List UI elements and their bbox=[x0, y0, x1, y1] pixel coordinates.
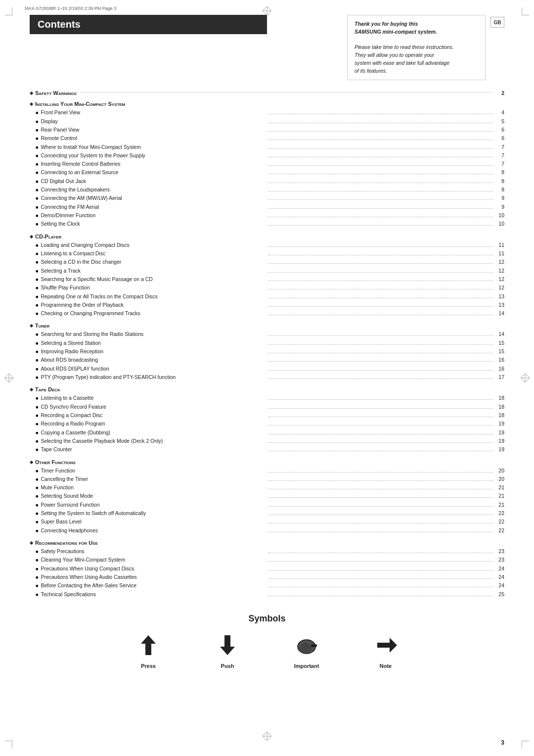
push-label: Push bbox=[221, 663, 234, 669]
toc-item-page: 24 bbox=[495, 565, 504, 573]
toc-item-page: 8 bbox=[495, 177, 504, 186]
toc-item: ■Selecting the Cassette Playback Mode (D… bbox=[30, 437, 504, 445]
bullet-icon: ■ bbox=[36, 127, 38, 134]
toc-section-3: ◆Tuner■Searching for and Storing the Rad… bbox=[30, 323, 504, 381]
toc-item: ■Selecting a Stored Station15 bbox=[30, 339, 504, 347]
toc-item-text: Cancelling the Timer bbox=[41, 475, 266, 483]
toc-item-page: 8 bbox=[495, 186, 504, 194]
toc-item: ■CD Synchro Record Feature18 bbox=[30, 403, 504, 411]
toc-item-text: Selecting a CD in the Disc changer bbox=[41, 258, 266, 266]
toc-item: ■Precautions When Using Audio Cassettes2… bbox=[30, 573, 504, 581]
bullet-icon: ■ bbox=[36, 395, 38, 402]
symbol-note: Note bbox=[361, 632, 410, 669]
toc-item-page: 24 bbox=[495, 581, 504, 590]
toc-item-text: About RDS DISPLAY function bbox=[41, 365, 266, 373]
toc-item-page: 12 bbox=[495, 275, 504, 284]
toc-item: ■Shuffle Play Function12 bbox=[30, 284, 504, 292]
toc-item-page: 24 bbox=[495, 573, 504, 581]
toc-item: ■Searching for and Storing the Radio Sta… bbox=[30, 330, 504, 338]
bullet-icon: ■ bbox=[36, 438, 38, 445]
bullet-icon: ■ bbox=[36, 484, 38, 492]
thank-you-line3: Please take time to read these instructi… bbox=[355, 44, 478, 75]
toc-item-page: 19 bbox=[495, 437, 504, 445]
toc-item-page: 5 bbox=[495, 117, 504, 126]
bullet-icon: ■ bbox=[36, 519, 38, 526]
toc-item-page: 10 bbox=[495, 211, 504, 220]
toc-item-text: Connecting the FM Aerial bbox=[41, 203, 266, 211]
toc-section-header-3: ◆Tuner bbox=[30, 323, 504, 329]
toc-item-text: Power Surround Function bbox=[41, 501, 266, 509]
toc-item-text: Precautions When Using Compact Discs bbox=[41, 565, 266, 573]
toc-item: ■Safety Precautions23 bbox=[30, 547, 504, 556]
toc-item: ■About RDS broadcasting16 bbox=[30, 356, 504, 364]
bullet-icon: ■ bbox=[36, 412, 38, 420]
note-icon bbox=[371, 632, 400, 659]
toc-item: ■Recording a Compact Disc18 bbox=[30, 411, 504, 420]
svg-marker-18 bbox=[377, 638, 397, 653]
bullet-icon: ■ bbox=[36, 502, 38, 509]
toc-item-page: 23 bbox=[495, 556, 504, 564]
toc-item: ■Power Surround Function21 bbox=[30, 501, 504, 509]
bullet-icon: ■ bbox=[36, 187, 38, 194]
toc-item: ■Cleaning Your Mini-Compact System23 bbox=[30, 556, 504, 564]
toc-item: ■About RDS DISPLAY function16 bbox=[30, 365, 504, 373]
toc-item-page: 18 bbox=[495, 411, 504, 420]
bullet-icon: ■ bbox=[36, 178, 38, 186]
bullet-icon: ■ bbox=[36, 293, 38, 301]
bullet-icon: ■ bbox=[36, 468, 38, 475]
toc-item-text: Setting the System to Switch off Automat… bbox=[41, 509, 266, 518]
toc-item-text: About RDS broadcasting bbox=[41, 356, 266, 364]
bullet-icon: ■ bbox=[36, 566, 38, 573]
toc-item-text: CD Digital Out Jack bbox=[41, 177, 266, 186]
toc-item-text: Front Panel View bbox=[41, 108, 266, 117]
toc-item-text: Selecting the Cassette Playback Mode (De… bbox=[41, 437, 266, 445]
toc-item-page: 23 bbox=[495, 547, 504, 556]
toc-item: ■Checking or Changing Programmed Tracks1… bbox=[30, 309, 504, 318]
toc-section-2: ◆CD-Player■Loading and Changing Compact … bbox=[30, 234, 504, 318]
bullet-icon: ■ bbox=[36, 302, 38, 309]
toc-item-text: Recording a Radio Program bbox=[41, 420, 266, 428]
toc-item-page: 18 bbox=[495, 403, 504, 411]
toc-item-page: 12 bbox=[495, 258, 504, 266]
toc-item: ■Cancelling the Timer20 bbox=[30, 475, 504, 483]
toc-item-page: 13 bbox=[495, 301, 504, 309]
reg-mark-bottom bbox=[262, 731, 272, 741]
page-number: 3 bbox=[501, 739, 504, 746]
toc-item: ■Connecting Headphones22 bbox=[30, 526, 504, 535]
toc-item-page: 19 bbox=[495, 428, 504, 437]
toc-item-page: 6 bbox=[495, 126, 504, 134]
crop-mark-bl-h bbox=[5, 741, 12, 741]
toc-item: ■Mute Function21 bbox=[30, 483, 504, 492]
toc-item: ■Front Panel View4 bbox=[30, 108, 504, 117]
bullet-icon: ■ bbox=[36, 404, 38, 411]
toc-item: ■Selecting Sound Mode21 bbox=[30, 492, 504, 500]
note-label: Note bbox=[380, 663, 392, 669]
bullet-icon: ■ bbox=[36, 268, 38, 275]
bullet-icon: ■ bbox=[36, 250, 38, 258]
bullet-icon: ■ bbox=[36, 357, 38, 364]
bullet-icon: ■ bbox=[36, 331, 38, 338]
toc-item-text: Safety Precautions bbox=[41, 547, 266, 556]
toc-item: ■Technical Specifications25 bbox=[30, 590, 504, 599]
reg-mark-left bbox=[4, 373, 14, 383]
bullet-icon: ■ bbox=[36, 493, 38, 500]
bullet-icon: ■ bbox=[36, 476, 38, 483]
toc-item-text: Cleaning Your Mini-Compact System bbox=[41, 556, 266, 564]
toc-item-text: Searching for a Specific Music Passage o… bbox=[41, 275, 266, 284]
toc-item-page: 13 bbox=[495, 292, 504, 301]
toc-item: ■Repeating One or All Tracks on the Comp… bbox=[30, 292, 504, 301]
toc-item-page: 14 bbox=[495, 330, 504, 338]
toc-item: ■Before Contacting the After-Sales Servi… bbox=[30, 581, 504, 590]
toc-item: ■Connecting the AM (MW/LW) Aerial9 bbox=[30, 194, 504, 202]
toc-item-page: 16 bbox=[495, 365, 504, 373]
toc-item: ■Display5 bbox=[30, 117, 504, 126]
bullet-icon: ■ bbox=[36, 582, 38, 590]
toc-item-page: 25 bbox=[495, 590, 504, 599]
bullet-icon: ■ bbox=[36, 574, 38, 581]
toc-item: ■Setting the Clock10 bbox=[30, 220, 504, 228]
toc-item-text: Where to Install Your Mini-Compact Syste… bbox=[41, 143, 266, 151]
toc-section-title-1: Installing Your Mini-Compact System bbox=[35, 101, 125, 107]
bullet-icon: ■ bbox=[36, 259, 38, 266]
toc-item: ■Listening to a Cassette18 bbox=[30, 394, 504, 402]
toc-item-page: 22 bbox=[495, 518, 504, 526]
